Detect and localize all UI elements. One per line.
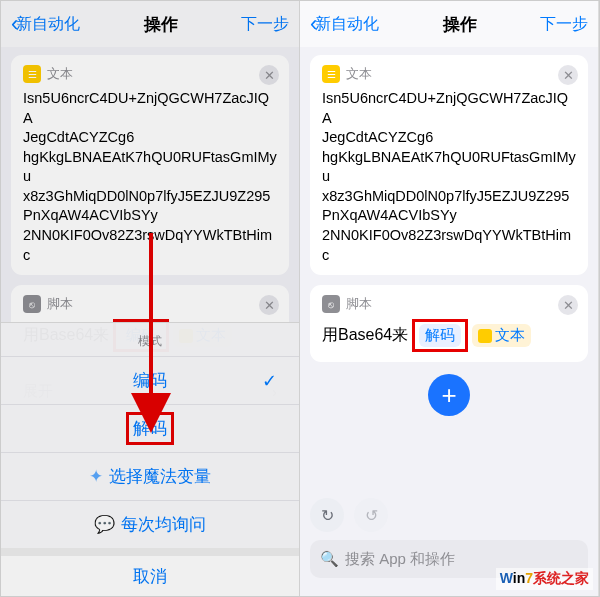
sheet-option-encode[interactable]: 编码 ✓ xyxy=(1,356,299,404)
text-card[interactable]: ☰ 文本 ✕ Isn5U6ncrC4DU+ZnjQGCWH7ZacJIQA Je… xyxy=(11,55,289,275)
undo-icon[interactable]: ↻ xyxy=(310,498,344,532)
sheet-title: 模式 xyxy=(1,323,299,356)
script-label: 脚本 xyxy=(47,295,73,313)
nav-back[interactable]: ‹新自动化 xyxy=(310,11,379,37)
screen-left: ‹新自动化 操作 下一步 ☰ 文本 ✕ Isn5U6ncrC4DU+ZnjQGC… xyxy=(1,1,300,596)
highlight-decode: 解码 xyxy=(412,319,468,352)
sheet-option-ask[interactable]: 💬每次均询问 xyxy=(1,500,299,548)
script-icon: ⎋ xyxy=(322,295,340,313)
sheet-option-decode[interactable]: 解码 xyxy=(1,404,299,452)
card-label: 文本 xyxy=(346,65,372,83)
search-icon: 🔍 xyxy=(320,550,339,568)
close-icon[interactable]: ✕ xyxy=(558,65,578,85)
nav-title: 操作 xyxy=(443,13,477,36)
close-icon[interactable]: ✕ xyxy=(558,295,578,315)
redo-icon[interactable]: ↺ xyxy=(354,498,388,532)
navbar: ‹新自动化 操作 下一步 xyxy=(1,1,299,47)
decode-pill[interactable]: 解码 xyxy=(419,324,461,347)
checkmark-icon: ✓ xyxy=(262,370,277,392)
script-card[interactable]: ⎋ 脚本 ✕ 用Base64来 解码 文本 xyxy=(310,285,588,362)
text-body: Isn5U6ncrC4DU+ZnjQGCWH7ZacJIQA JegCdtACY… xyxy=(322,89,576,265)
search-placeholder: 搜索 App 和操作 xyxy=(345,550,455,569)
text-card[interactable]: ☰ 文本 ✕ Isn5U6ncrC4DU+ZnjQGCWH7ZacJIQA Je… xyxy=(310,55,588,275)
card-label: 文本 xyxy=(47,65,73,83)
script-icon: ⎋ xyxy=(23,295,41,313)
script-line: 用Base64来 解码 文本 xyxy=(322,319,576,352)
close-icon[interactable]: ✕ xyxy=(259,65,279,85)
text-icon: ☰ xyxy=(322,65,340,83)
navbar: ‹新自动化 操作 下一步 xyxy=(300,1,598,47)
sheet-cancel[interactable]: 取消 xyxy=(1,548,299,596)
close-icon[interactable]: ✕ xyxy=(259,295,279,315)
chat-icon: 💬 xyxy=(94,514,115,535)
nav-next[interactable]: 下一步 xyxy=(241,14,289,35)
highlight-decode: 解码 xyxy=(126,412,174,445)
nav-back[interactable]: ‹新自动化 xyxy=(11,11,80,37)
watermark: Win7系统之家 xyxy=(496,568,593,590)
script-label: 脚本 xyxy=(346,295,372,313)
nav-title: 操作 xyxy=(144,13,178,36)
nav-next[interactable]: 下一步 xyxy=(540,14,588,35)
wand-icon: ✦ xyxy=(89,466,103,487)
text-icon: ☰ xyxy=(23,65,41,83)
sheet-option-magic[interactable]: ✦选择魔法变量 xyxy=(1,452,299,500)
text-mini-icon xyxy=(478,329,492,343)
screen-right: ‹新自动化 操作 下一步 ☰ 文本 ✕ Isn5U6ncrC4DU+ZnjQGC… xyxy=(300,1,599,596)
bottom-icons: ↻ ↺ xyxy=(310,498,388,532)
mode-sheet: 模式 编码 ✓ 解码 ✦选择魔法变量 💬每次均询问 取消 xyxy=(1,322,299,596)
text-body: Isn5U6ncrC4DU+ZnjQGCWH7ZacJIQA JegCdtACY… xyxy=(23,89,277,265)
text-var-pill[interactable]: 文本 xyxy=(472,324,531,347)
add-action-button[interactable]: + xyxy=(428,374,470,416)
